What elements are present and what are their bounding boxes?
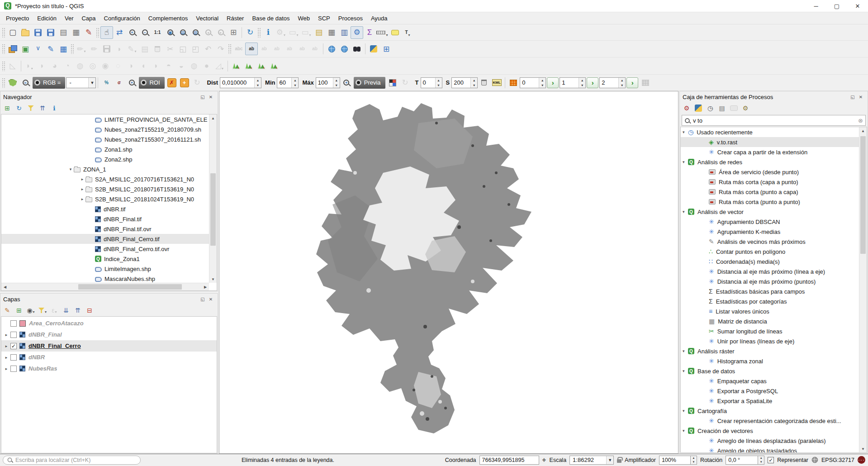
scp-scatter-plot-icon[interactable]: [242, 60, 255, 72]
scp-rgb-chip[interactable]: RGB =: [33, 77, 65, 89]
browser-hscrollbar[interactable]: ◀ ▶: [1, 283, 209, 290]
pin-labels-icon[interactable]: ab: [258, 43, 270, 55]
select-by-form-icon[interactable]: ▤: [313, 26, 325, 39]
scp-roi-redo-icon[interactable]: ↻: [191, 76, 204, 89]
menu-ayuda[interactable]: Ayuda: [367, 13, 392, 24]
scp-roi-add-icon[interactable]: +: [178, 76, 191, 89]
browser-item[interactable]: dNBR.tif: [1, 204, 209, 214]
undo-icon[interactable]: ↶: [202, 43, 214, 55]
zoom-full-icon[interactable]: ▣: [164, 26, 176, 39]
modify-attributes-icon[interactable]: ▤: [138, 43, 151, 55]
add-part-icon[interactable]: ◎: [86, 60, 99, 72]
maximize-icon[interactable]: ▢: [826, 0, 847, 12]
processing-algorithm[interactable]: ΣEstadísticas por categorías: [681, 296, 859, 306]
processing-close-icon[interactable]: ✕: [857, 93, 865, 100]
save-project-icon[interactable]: [32, 26, 44, 39]
browser-item[interactable]: dNBR_Final_Cerro.tif: [1, 234, 209, 244]
toolbar-grip[interactable]: [228, 44, 232, 54]
browser-item[interactable]: LimiteImagen.shp: [1, 264, 209, 274]
scp-stretch-sigma-icon[interactable]: σ: [113, 76, 125, 89]
menu-configuración[interactable]: Configuración: [100, 13, 144, 24]
menu-procesos[interactable]: Procesos: [334, 13, 367, 24]
remove-layer-icon[interactable]: ⊟: [85, 305, 95, 315]
select-features-icon[interactable]: ▭▾: [287, 26, 300, 39]
crs-globe-icon[interactable]: [812, 457, 818, 463]
processing-algorithm[interactable]: ✳Unir por líneas (líneas de eje): [681, 336, 859, 346]
change-label-icon[interactable]: ab: [308, 43, 321, 55]
scale-combo[interactable]: 1:86292 ▼: [569, 456, 614, 465]
results-viewer-icon[interactable]: ▤: [717, 103, 727, 113]
processing-algorithm[interactable]: ✳Empaquetar capas: [681, 376, 859, 386]
messages-icon[interactable]: [858, 456, 865, 464]
processing-algorithm[interactable]: ✳Crear capa a partir de la extensión: [681, 147, 859, 157]
crs-value[interactable]: EPSG:32717: [821, 457, 854, 463]
browser-item[interactable]: LIMITE_PROVINCIA_DE_SANTA_ELE: [1, 114, 209, 124]
locator-input[interactable]: Escriba para localizar (Ctrl+K): [3, 456, 141, 465]
processing-group[interactable]: ▾QCartografía: [681, 406, 859, 416]
rotation-spin[interactable]: 0,0 ° ▲▼: [726, 456, 764, 465]
browser-item[interactable]: dNBR_Final.tif.ovr: [1, 224, 209, 234]
toolbar-grip[interactable]: [2, 28, 5, 38]
scp-roi-polygon-icon[interactable]: ✗: [166, 76, 178, 89]
browser-vscrollbar[interactable]: ▲ ▼: [209, 114, 217, 283]
scp-delete-roi-icon[interactable]: [478, 76, 490, 89]
python-console-icon[interactable]: [367, 43, 380, 55]
attribute-table-icon[interactable]: ▦: [325, 26, 338, 39]
processing-algorithm[interactable]: ✳Crear representación categorizada desde…: [681, 416, 859, 426]
menu-capa[interactable]: Capa: [77, 13, 100, 24]
browser-item[interactable]: ▾ZONA_1: [1, 164, 209, 174]
browser-item[interactable]: dNBR_Final.tif: [1, 214, 209, 224]
scp-t-spin[interactable]: 0▲▼: [421, 77, 442, 88]
processing-algorithm[interactable]: ✳Exportar a SpatiaLite: [681, 396, 859, 406]
browser-item[interactable]: dNBR_Final_Cerro.tif.ovr: [1, 244, 209, 254]
scp-refresh-preview-icon[interactable]: ↻: [399, 76, 412, 89]
toolbar-grip[interactable]: [257, 28, 261, 38]
processing-algorithm[interactable]: ✳Exportar a PostgreSQL: [681, 386, 859, 396]
add-group-icon[interactable]: ⊞: [14, 305, 24, 315]
scp-bandset-icon[interactable]: [6, 76, 19, 89]
expander-icon[interactable]: ▾: [681, 409, 688, 413]
processing-algorithm[interactable]: Ruta más corta (capa a punto): [681, 177, 859, 187]
save-project-as-icon[interactable]: [44, 26, 57, 39]
new-shapefile-layer-icon[interactable]: V: [32, 43, 44, 55]
browser-item[interactable]: ▸S2B_MSIL1C_20180716T153619_N0: [1, 184, 209, 194]
expander-icon[interactable]: ▾: [681, 160, 688, 164]
expander-icon[interactable]: ▸: [79, 177, 85, 181]
processing-float-icon[interactable]: ◱: [849, 93, 857, 100]
processing-algorithm[interactable]: ✳Arreglo de objetos trasladados: [681, 446, 859, 452]
merge-features-icon[interactable]: ◍: [188, 60, 200, 72]
zoom-to-layer-icon[interactable]: ▤: [176, 26, 189, 39]
processing-search-input[interactable]: v to ⊗: [682, 115, 866, 126]
menu-edición[interactable]: Edición: [33, 13, 61, 24]
minimize-icon[interactable]: ─: [806, 0, 826, 12]
toolbar-grip[interactable]: [96, 28, 100, 38]
processing-group[interactable]: ▾QBase de datos: [681, 366, 859, 376]
expander-icon[interactable]: ▾: [681, 428, 688, 433]
collapse-all-icon[interactable]: ⇈: [38, 103, 47, 113]
processing-algorithm[interactable]: ✳Agrupamiento DBSCAN: [681, 217, 859, 227]
scp-band-preview-icon[interactable]: ≈: [19, 76, 32, 89]
layer-checkbox[interactable]: [10, 320, 17, 327]
scp-rgb-quick-icon[interactable]: [386, 76, 399, 89]
copy-move-feature-icon[interactable]: ◗: [36, 60, 48, 72]
label-options-icon[interactable]: ab: [245, 43, 258, 55]
run-feature-action-icon[interactable]: ⚙▾: [275, 26, 287, 39]
expander-icon[interactable]: ▸: [3, 344, 9, 348]
identify-features-icon[interactable]: ℹ: [262, 26, 275, 39]
browser-close-icon[interactable]: ✕: [207, 93, 215, 100]
zoom-to-selection-icon[interactable]: ▥: [189, 26, 202, 39]
new-print-layout-icon[interactable]: ▤: [57, 26, 70, 39]
scp-rgb-combo[interactable]: -▼: [66, 77, 96, 88]
processing-group[interactable]: ▾QAnálisis ráster: [681, 346, 859, 356]
scp-zoom-preview-icon[interactable]: +: [340, 76, 353, 89]
zoom-last-icon[interactable]: ◂: [202, 26, 214, 39]
expander-icon[interactable]: ▸: [3, 333, 9, 337]
browser-item[interactable]: Nubes_zona2T155307_20161121.sh: [1, 134, 209, 144]
toolbar-grip[interactable]: [2, 78, 5, 88]
expander-icon[interactable]: ▸: [3, 366, 9, 371]
zoom-native-icon[interactable]: 1:1: [151, 26, 164, 39]
scp-signature-plot-icon[interactable]: [255, 60, 268, 72]
processing-algorithm[interactable]: ≡Listar valores únicos: [681, 306, 859, 316]
offset-curve-icon[interactable]: ◖: [137, 60, 150, 72]
scp-band-grid-icon[interactable]: [507, 76, 520, 89]
